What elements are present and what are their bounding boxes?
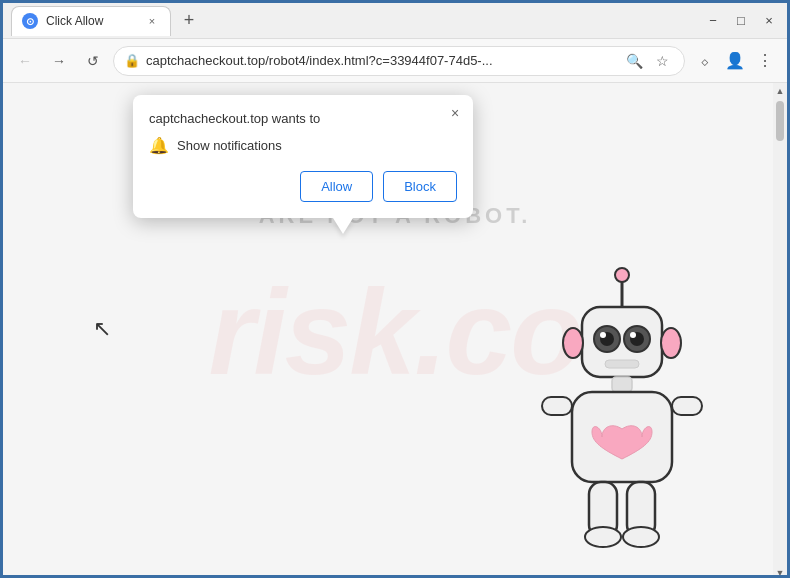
robot-illustration bbox=[517, 267, 727, 578]
maximize-button[interactable]: □ bbox=[731, 11, 751, 31]
tab-title: Click Allow bbox=[46, 14, 103, 28]
dialog-close-button[interactable]: × bbox=[445, 103, 465, 123]
dialog-title: captchacheckout.top wants to bbox=[149, 111, 457, 126]
browser-menu-icons: ⬦ 👤 ⋮ bbox=[691, 47, 779, 75]
allow-button[interactable]: Allow bbox=[300, 171, 373, 202]
svg-point-5 bbox=[600, 332, 606, 338]
tab-close-button[interactable]: × bbox=[144, 13, 160, 29]
more-menu-icon[interactable]: ⋮ bbox=[751, 47, 779, 75]
extensions-icon[interactable]: ⬦ bbox=[691, 47, 719, 75]
window-controls: − □ × bbox=[703, 11, 779, 31]
url-bar[interactable]: 🔒 captchacheckout.top/robot4/index.html?… bbox=[113, 46, 685, 76]
scroll-thumb[interactable] bbox=[776, 101, 784, 141]
page-content: risk.co CH ARE NOT A ROBOT. bbox=[3, 83, 787, 578]
title-bar: ⊙ Click Allow × + − □ × bbox=[3, 3, 787, 39]
account-icon[interactable]: 👤 bbox=[721, 47, 749, 75]
scroll-down-button[interactable]: ▼ bbox=[773, 565, 787, 578]
close-button[interactable]: × bbox=[759, 11, 779, 31]
svg-rect-9 bbox=[605, 360, 639, 368]
bookmark-icon[interactable]: ☆ bbox=[650, 49, 674, 73]
url-action-icons: 🔍 ☆ bbox=[622, 49, 674, 73]
scrollbar[interactable]: ▲ ▼ bbox=[773, 83, 787, 578]
svg-rect-15 bbox=[672, 397, 702, 415]
dialog-tail bbox=[333, 218, 353, 234]
svg-point-1 bbox=[615, 268, 629, 282]
forward-button[interactable]: → bbox=[45, 47, 73, 75]
svg-rect-12 bbox=[612, 377, 632, 392]
url-text: captchacheckout.top/robot4/index.html?c=… bbox=[146, 53, 616, 68]
svg-rect-14 bbox=[542, 397, 572, 415]
dialog-permission: 🔔 Show notifications bbox=[149, 136, 457, 155]
notification-dialog: × captchacheckout.top wants to 🔔 Show no… bbox=[133, 95, 473, 218]
refresh-button[interactable]: ↺ bbox=[79, 47, 107, 75]
bell-icon: 🔔 bbox=[149, 136, 169, 155]
new-tab-button[interactable]: + bbox=[175, 7, 203, 35]
svg-point-11 bbox=[661, 328, 681, 358]
address-bar: ← → ↺ 🔒 captchacheckout.top/robot4/index… bbox=[3, 39, 787, 83]
svg-point-8 bbox=[630, 332, 636, 338]
back-button[interactable]: ← bbox=[11, 47, 39, 75]
dialog-buttons: Allow Block bbox=[149, 171, 457, 202]
search-icon[interactable]: 🔍 bbox=[622, 49, 646, 73]
tab-favicon: ⊙ bbox=[22, 13, 38, 29]
permission-label: Show notifications bbox=[177, 138, 282, 153]
lock-icon: 🔒 bbox=[124, 53, 140, 68]
scroll-up-button[interactable]: ▲ bbox=[773, 83, 787, 99]
svg-point-10 bbox=[563, 328, 583, 358]
minimize-button[interactable]: − bbox=[703, 11, 723, 31]
svg-point-18 bbox=[585, 527, 621, 547]
svg-point-19 bbox=[623, 527, 659, 547]
browser-tab[interactable]: ⊙ Click Allow × bbox=[11, 6, 171, 36]
block-button[interactable]: Block bbox=[383, 171, 457, 202]
